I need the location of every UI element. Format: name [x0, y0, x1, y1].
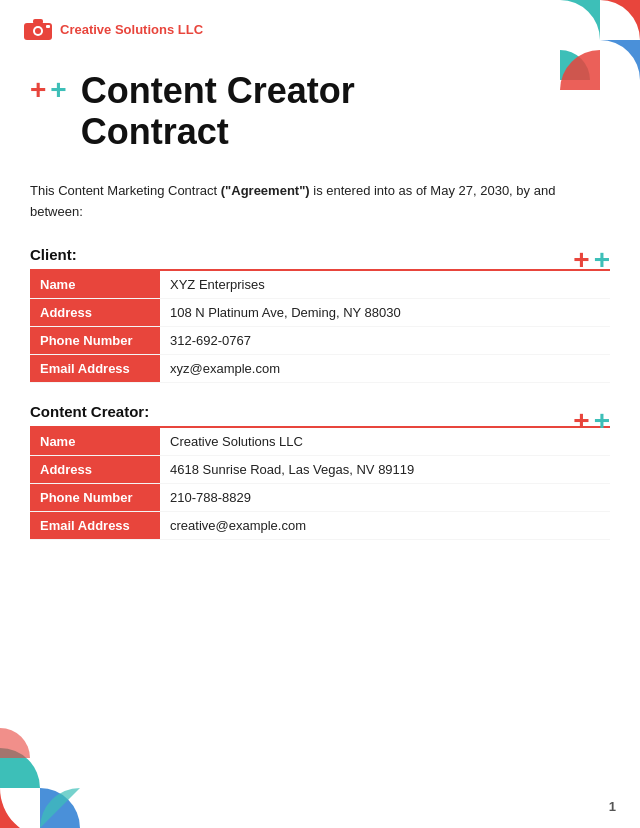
intro-text: This Content Marketing Contract ("Agreem…	[0, 153, 640, 223]
row-label: Email Address	[30, 355, 160, 383]
client-plus-red: +	[573, 246, 589, 274]
client-section-title: Client:	[30, 246, 610, 263]
client-section: + + Client: NameXYZ EnterprisesAddress10…	[0, 222, 640, 383]
table-row: NameCreative Solutions LLC	[30, 428, 610, 456]
client-plus-teal: +	[594, 246, 610, 274]
row-label: Email Address	[30, 512, 160, 540]
plus-teal-icon: +	[50, 76, 66, 104]
creator-plus-red: +	[573, 407, 589, 435]
row-label: Address	[30, 299, 160, 327]
camera-icon	[24, 18, 52, 40]
client-table: NameXYZ EnterprisesAddress108 N Platinum…	[30, 271, 610, 383]
row-value: 312-692-0767	[160, 327, 610, 355]
creator-section-plus: + +	[573, 407, 610, 435]
row-value: 108 N Platinum Ave, Deming, NY 88030	[160, 299, 610, 327]
table-row: Email Addresscreative@example.com	[30, 512, 610, 540]
bottom-left-decoration	[0, 728, 130, 828]
creator-section-title: Content Creator:	[30, 403, 610, 420]
row-value: xyz@example.com	[160, 355, 610, 383]
title-plus-icons: + +	[30, 70, 67, 104]
table-row: Email Addressxyz@example.com	[30, 355, 610, 383]
client-section-plus: + +	[573, 246, 610, 274]
creator-plus-teal: +	[594, 407, 610, 435]
table-row: Address108 N Platinum Ave, Deming, NY 88…	[30, 299, 610, 327]
logo-text: Creative Solutions LLC	[60, 22, 203, 37]
creator-section: + + Content Creator: NameCreative Soluti…	[0, 383, 640, 540]
table-row: Address4618 Sunrise Road, Las Vegas, NV …	[30, 456, 610, 484]
row-value: XYZ Enterprises	[160, 271, 610, 299]
logo-area: Creative Solutions LLC	[24, 18, 203, 40]
row-label: Phone Number	[30, 484, 160, 512]
row-value: 210-788-8829	[160, 484, 610, 512]
page-number: 1	[609, 799, 616, 814]
row-value: Creative Solutions LLC	[160, 428, 610, 456]
row-label: Name	[30, 428, 160, 456]
row-label: Name	[30, 271, 160, 299]
row-label: Address	[30, 456, 160, 484]
table-row: NameXYZ Enterprises	[30, 271, 610, 299]
svg-rect-4	[46, 25, 50, 28]
main-title: Content Creator Contract	[81, 70, 355, 153]
table-row: Phone Number312-692-0767	[30, 327, 610, 355]
row-label: Phone Number	[30, 327, 160, 355]
row-value: 4618 Sunrise Road, Las Vegas, NV 89119	[160, 456, 610, 484]
row-value: creative@example.com	[160, 512, 610, 540]
table-row: Phone Number210-788-8829	[30, 484, 610, 512]
plus-red-icon: +	[30, 76, 46, 104]
svg-rect-3	[33, 19, 43, 24]
creator-table: NameCreative Solutions LLCAddress4618 Su…	[30, 428, 610, 540]
svg-point-2	[35, 28, 41, 34]
